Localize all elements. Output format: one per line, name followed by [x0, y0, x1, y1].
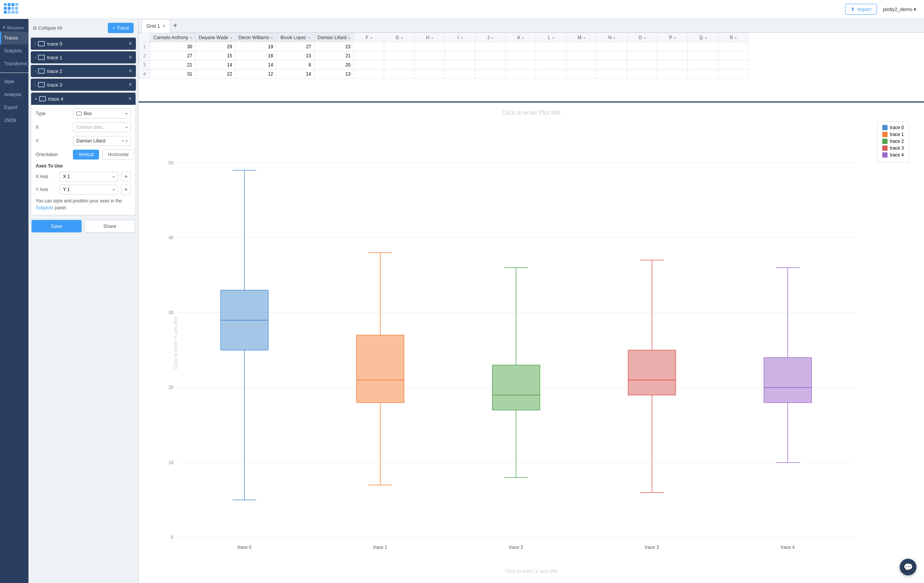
cell[interactable]: 15 — [195, 51, 235, 60]
cell-empty[interactable] — [414, 69, 445, 79]
trace-header-4[interactable]: ▾ trace 4 × — [31, 92, 135, 105]
cell-empty[interactable] — [384, 60, 414, 69]
sidebar-item-traces[interactable]: Traces — [0, 31, 28, 45]
sidebar-item-transforms[interactable]: Transforms — [0, 57, 28, 70]
col-F[interactable]: F ▾ — [354, 33, 384, 42]
cell-empty[interactable] — [718, 42, 749, 51]
cell[interactable]: 29 — [195, 42, 235, 51]
trace-header-2[interactable]: › trace 2 × — [31, 65, 136, 77]
cell[interactable]: 14 — [195, 60, 235, 69]
sidebar-item-export[interactable]: Export — [0, 101, 28, 114]
trace-header-1[interactable]: › trace 1 × — [31, 51, 136, 63]
cell-empty[interactable] — [384, 42, 414, 51]
cell[interactable]: 21 — [314, 51, 354, 60]
cell-empty[interactable] — [688, 51, 718, 60]
cell[interactable]: 14 — [235, 60, 276, 69]
cell-empty[interactable] — [414, 42, 445, 51]
trace-close-1[interactable]: × — [129, 55, 132, 60]
cell-empty[interactable] — [597, 69, 627, 79]
sidebar-item-style[interactable]: Style — [0, 75, 28, 88]
cell-empty[interactable] — [506, 51, 536, 60]
x-axis-add-button[interactable]: + — [121, 172, 131, 182]
cell-empty[interactable] — [627, 42, 657, 51]
cell-empty[interactable] — [475, 60, 506, 69]
cell-empty[interactable] — [475, 69, 506, 79]
trace-header-3[interactable]: › trace 3 × — [31, 79, 136, 91]
cell-empty[interactable] — [566, 51, 597, 60]
cell-empty[interactable] — [718, 51, 749, 60]
cell-empty[interactable] — [445, 42, 475, 51]
grid-tab-close[interactable]: × — [162, 23, 165, 29]
cell-empty[interactable] — [597, 42, 627, 51]
cell-empty[interactable] — [475, 51, 506, 60]
y-axis-add-button[interactable]: + — [121, 185, 131, 195]
cell-empty[interactable] — [536, 42, 566, 51]
cell[interactable]: 22 — [195, 69, 235, 79]
cell-empty[interactable] — [627, 69, 657, 79]
add-trace-button[interactable]: + Trace — [108, 23, 134, 33]
x-axis-select[interactable]: X 1 ▾ — [59, 172, 118, 182]
cell-empty[interactable] — [566, 69, 597, 79]
grid-tab-1[interactable]: Grid 1 × — [142, 19, 170, 33]
x-axis-title[interactable]: Click to enter X axis title — [505, 568, 558, 574]
cell-empty[interactable] — [566, 42, 597, 51]
share-button[interactable]: Share — [85, 220, 135, 233]
cell-empty[interactable] — [506, 69, 536, 79]
cell-empty[interactable] — [657, 69, 688, 79]
trace-header-0[interactable]: › trace 0 × — [31, 38, 136, 50]
cell-empty[interactable] — [657, 60, 688, 69]
y-data-dropdown[interactable]: Damian Lillard × ▾ — [73, 136, 131, 146]
grid-add-button[interactable]: + — [170, 21, 180, 31]
col-Q[interactable]: Q ▾ — [688, 33, 718, 42]
cell-empty[interactable] — [657, 51, 688, 60]
col-L[interactable]: L ▾ — [536, 33, 566, 42]
cell-empty[interactable] — [536, 51, 566, 60]
cell-empty[interactable] — [688, 69, 718, 79]
cell-empty[interactable] — [718, 60, 749, 69]
sidebar-item-subplots[interactable]: Subplots — [0, 45, 28, 57]
cell-empty[interactable] — [627, 51, 657, 60]
cell[interactable]: 23 — [314, 42, 354, 51]
sidebar-item-json[interactable]: JSON — [0, 114, 28, 127]
trace-close-2[interactable]: × — [129, 68, 132, 74]
cell-empty[interactable] — [718, 69, 749, 79]
cell-empty[interactable] — [384, 51, 414, 60]
cell-empty[interactable] — [688, 42, 718, 51]
sidebar-item-analysis[interactable]: Analysis — [0, 88, 28, 101]
cell[interactable]: 19 — [235, 42, 276, 51]
trace-close-4[interactable]: × — [128, 96, 132, 102]
col-brook[interactable]: Brook Lopez ▾ — [276, 33, 314, 42]
col-M[interactable]: M ▾ — [566, 33, 597, 42]
import-button[interactable]: ⬆ Import — [845, 4, 877, 15]
col-O[interactable]: O ▾ — [627, 33, 657, 42]
col-K[interactable]: K ▾ — [506, 33, 536, 42]
cell-empty[interactable] — [536, 60, 566, 69]
col-damian[interactable]: Damian Lillard ▾ — [314, 33, 354, 42]
cell[interactable]: 13 — [314, 69, 354, 79]
col-P[interactable]: P ▾ — [657, 33, 688, 42]
cell-empty[interactable] — [627, 60, 657, 69]
cell[interactable]: 18 — [235, 51, 276, 60]
cell-empty[interactable] — [354, 69, 384, 79]
cell[interactable]: 27 — [276, 42, 314, 51]
cell-empty[interactable] — [414, 60, 445, 69]
col-H[interactable]: H ▾ — [414, 33, 445, 42]
cell[interactable]: 14 — [276, 69, 314, 79]
cell[interactable]: 27 — [150, 51, 195, 60]
subplots-link[interactable]: Subplots — [36, 205, 53, 210]
cell-empty[interactable] — [566, 60, 597, 69]
plot-title[interactable]: Click to enter Plot title — [502, 109, 561, 116]
cell-empty[interactable] — [688, 60, 718, 69]
trace-close-3[interactable]: × — [129, 82, 132, 88]
col-N[interactable]: N ▾ — [597, 33, 627, 42]
cell[interactable]: 8 — [276, 60, 314, 69]
col-G[interactable]: G ▾ — [384, 33, 414, 42]
cell-empty[interactable] — [354, 51, 384, 60]
cell-empty[interactable] — [657, 42, 688, 51]
cell[interactable]: 12 — [235, 69, 276, 79]
user-menu[interactable]: plotly2_demo ▾ — [883, 7, 916, 12]
cell[interactable]: 13 — [276, 51, 314, 60]
cell[interactable]: 31 — [150, 69, 195, 79]
cell-empty[interactable] — [445, 51, 475, 60]
cell-empty[interactable] — [384, 69, 414, 79]
